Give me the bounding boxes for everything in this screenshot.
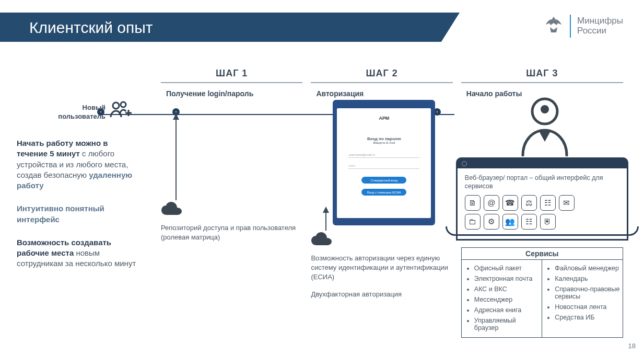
left-paragraph-1: Начать работу можно в течение 5 минут с … <box>17 138 138 191</box>
login-title: Вход по паролю <box>367 136 401 141</box>
login-password-field: •••••• <box>348 163 419 169</box>
step2-caption-2: Двухфакторная авторизация <box>311 290 452 299</box>
logo-line1: Минцифры <box>577 16 623 26</box>
service-item: Офисный пакет <box>474 263 540 273</box>
logo-separator <box>570 15 571 38</box>
services-col-1: Офисный пакетЭлектронная почтаАКС и ВКСМ… <box>462 260 543 337</box>
step1-divider <box>161 82 302 83</box>
news-icon: ☷ <box>540 195 556 211</box>
service-item: Электронная почта <box>474 273 540 284</box>
left-paragraph-2: Интуитивно понятный интерфейс <box>17 203 138 225</box>
svg-marker-5 <box>173 113 179 120</box>
step2-up-arrow-icon <box>320 205 332 234</box>
step1-body: Репозиторий доступа и прав пользователя … <box>161 102 302 299</box>
login-esia-button: Вход с помощью ЕСИА <box>361 189 406 196</box>
step1-header: ШАГ 1 Получение login/пароль <box>161 68 302 98</box>
slide-body: ШАГ 1 Получение login/пароль ШАГ 2 Автор… <box>0 42 644 299</box>
svg-point-1 <box>121 102 126 107</box>
step3-divider <box>461 82 623 83</box>
logo-line2: России <box>577 26 623 36</box>
tablet-brand: АРМ <box>379 116 389 121</box>
services-col-2: Файловый менеджерКалендарьСправочно-прав… <box>542 260 623 337</box>
tablet-screen: АРМ Вход по паролю Введите E-mail userna… <box>337 108 431 218</box>
mail-icon: ✉ <box>559 195 575 211</box>
service-item: Управляемый браузер <box>474 315 540 333</box>
browser-globe-icon <box>462 161 467 166</box>
step1-title: ШАГ 1 <box>161 68 302 79</box>
add-user-icon <box>110 100 133 123</box>
services-box: Сервисы Офисный пакетЭлектронная почтаАК… <box>461 247 623 338</box>
step3-body: Веб-браузер/ портал – общий интерфейс дл… <box>461 102 623 299</box>
logo-text: Минцифры России <box>577 16 623 36</box>
login-standard-button: Стандартный вход <box>361 177 406 184</box>
phone-icon: ☎ <box>502 195 518 211</box>
step2-subtitle: Авторизация <box>311 87 452 98</box>
step1-caption: Репозиторий доступа и прав пользователя … <box>161 223 302 242</box>
document-icon: 🗎 <box>465 195 481 211</box>
eagle-icon <box>544 15 564 38</box>
service-item: Средства ИБ <box>555 312 620 323</box>
svg-marker-7 <box>323 207 329 213</box>
left-paragraph-3: Возможность создавать рабочие места новы… <box>17 237 138 269</box>
service-item: АКС и ВКС <box>474 284 540 294</box>
service-item: Новостная лента <box>555 302 620 312</box>
service-item: Мессенджер <box>474 294 540 305</box>
service-icon-row-1: 🗎 @ ☎ ⚖ ☷ ✉ <box>465 195 619 211</box>
cloud-icon <box>311 239 333 248</box>
at-sign-icon: @ <box>484 195 499 211</box>
service-item: Календарь <box>555 273 620 284</box>
step3-title: ШАГ 3 <box>461 68 623 79</box>
tablet-mock: АРМ Вход по паролю Введите E-mail userna… <box>333 100 435 225</box>
slide-header: Клиентский опыт Минцифры России <box>0 0 644 42</box>
cloud-icon <box>161 209 183 218</box>
left-column: Новый пользователь Начать работу можно в… <box>17 104 138 269</box>
service-item: Справочно-правовые сервисы <box>555 284 620 302</box>
services-title: Сервисы <box>462 248 623 259</box>
step1-up-arrow-icon <box>170 112 182 203</box>
step2-caption-1: Возможность авторизации через единую сис… <box>311 254 452 282</box>
login-email-field: username@mail.ru <box>348 152 419 158</box>
service-item: Файловый менеджер <box>555 263 620 273</box>
svg-point-0 <box>113 102 119 109</box>
logo-block: Минцифры России <box>544 15 623 38</box>
step1-subtitle: Получение login/пароль <box>161 87 302 98</box>
laptop-base <box>446 226 639 236</box>
laptop-screen-text: Веб-браузер/ портал – общий интерфейс дл… <box>465 174 619 191</box>
page-number: 18 <box>628 342 636 350</box>
svg-point-9 <box>541 105 549 113</box>
service-item: Адресная книга <box>474 305 540 315</box>
steps-body-row: Репозиторий доступа и прав пользователя … <box>161 102 623 299</box>
login-subtitle: Введите E-mail <box>373 141 395 144</box>
step2-body: АРМ Вход по паролю Введите E-mail userna… <box>311 102 452 299</box>
step2-header: ШАГ 2 Авторизация <box>311 68 452 98</box>
step2-title: ШАГ 2 <box>311 68 452 79</box>
person-icon <box>513 94 576 158</box>
step2-divider <box>311 82 452 83</box>
scales-icon: ⚖ <box>521 195 537 211</box>
